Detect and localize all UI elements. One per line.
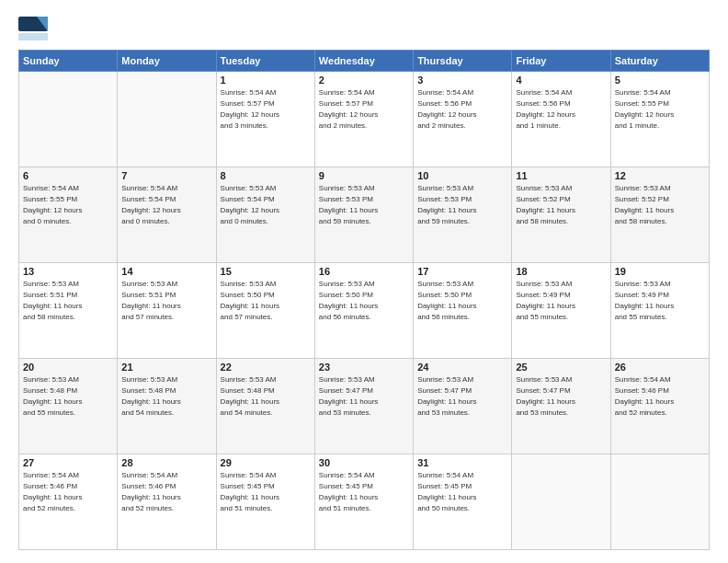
day-number: 3 (417, 75, 507, 86)
day-info: Sunrise: 5:54 AMSunset: 5:45 PMDaylight:… (417, 470, 507, 514)
day-number: 19 (615, 266, 705, 277)
calendar-cell: 18Sunrise: 5:53 AMSunset: 5:49 PMDayligh… (512, 263, 610, 359)
calendar-cell: 10Sunrise: 5:53 AMSunset: 5:53 PMDayligh… (414, 167, 512, 263)
calendar-week-row: 13Sunrise: 5:53 AMSunset: 5:51 PMDayligh… (19, 263, 710, 359)
day-info: Sunrise: 5:54 AMSunset: 5:55 PMDaylight:… (23, 183, 113, 227)
calendar-week-row: 20Sunrise: 5:53 AMSunset: 5:48 PMDayligh… (19, 359, 710, 454)
calendar-cell: 21Sunrise: 5:53 AMSunset: 5:48 PMDayligh… (118, 359, 216, 454)
day-info: Sunrise: 5:53 AMSunset: 5:49 PMDaylight:… (516, 279, 606, 323)
calendar-cell: 29Sunrise: 5:54 AMSunset: 5:45 PMDayligh… (216, 454, 314, 550)
weekday-header: Sunday (19, 51, 118, 72)
day-info: Sunrise: 5:53 AMSunset: 5:48 PMDaylight:… (121, 374, 211, 419)
day-info: Sunrise: 5:53 AMSunset: 5:53 PMDaylight:… (417, 183, 507, 227)
calendar-cell: 16Sunrise: 5:53 AMSunset: 5:50 PMDayligh… (314, 263, 413, 359)
day-number: 6 (23, 170, 113, 181)
calendar-cell: 4Sunrise: 5:54 AMSunset: 5:56 PMDaylight… (512, 72, 610, 167)
calendar-cell: 26Sunrise: 5:54 AMSunset: 5:46 PMDayligh… (610, 359, 709, 454)
day-number: 1 (221, 75, 311, 86)
day-info: Sunrise: 5:53 AMSunset: 5:47 PMDaylight:… (516, 374, 606, 419)
day-number: 28 (121, 457, 211, 468)
calendar-cell (19, 72, 118, 167)
day-number: 8 (221, 170, 311, 181)
day-info: Sunrise: 5:53 AMSunset: 5:48 PMDaylight:… (221, 374, 311, 419)
day-info: Sunrise: 5:54 AMSunset: 5:56 PMDaylight:… (417, 87, 507, 132)
page: SundayMondayTuesdayWednesdayThursdayFrid… (0, 0, 728, 563)
day-number: 16 (319, 266, 409, 277)
calendar-cell: 14Sunrise: 5:53 AMSunset: 5:51 PMDayligh… (118, 263, 216, 359)
day-number: 22 (221, 362, 311, 373)
calendar-cell: 12Sunrise: 5:53 AMSunset: 5:52 PMDayligh… (610, 167, 709, 263)
logo (18, 17, 51, 40)
calendar-table: SundayMondayTuesdayWednesdayThursdayFrid… (18, 50, 710, 550)
day-info: Sunrise: 5:54 AMSunset: 5:54 PMDaylight:… (121, 183, 211, 227)
calendar-cell: 2Sunrise: 5:54 AMSunset: 5:57 PMDaylight… (314, 72, 413, 167)
day-info: Sunrise: 5:54 AMSunset: 5:46 PMDaylight:… (23, 470, 113, 514)
day-number: 5 (615, 75, 705, 86)
weekday-header: Tuesday (216, 51, 314, 72)
day-number: 10 (417, 170, 507, 181)
day-number: 26 (615, 362, 705, 373)
weekday-header: Monday (118, 51, 216, 72)
calendar-cell: 20Sunrise: 5:53 AMSunset: 5:48 PMDayligh… (19, 359, 118, 454)
calendar-cell: 25Sunrise: 5:53 AMSunset: 5:47 PMDayligh… (512, 359, 610, 454)
day-info: Sunrise: 5:53 AMSunset: 5:50 PMDaylight:… (221, 279, 311, 323)
day-info: Sunrise: 5:54 AMSunset: 5:57 PMDaylight:… (319, 87, 409, 132)
weekday-header: Friday (512, 51, 610, 72)
calendar-cell: 3Sunrise: 5:54 AMSunset: 5:56 PMDaylight… (414, 72, 512, 167)
day-number: 20 (23, 362, 113, 373)
calendar-week-row: 27Sunrise: 5:54 AMSunset: 5:46 PMDayligh… (19, 454, 710, 550)
calendar-cell: 11Sunrise: 5:53 AMSunset: 5:52 PMDayligh… (512, 167, 610, 263)
calendar-cell (512, 454, 610, 550)
day-info: Sunrise: 5:54 AMSunset: 5:45 PMDaylight:… (319, 470, 409, 514)
day-info: Sunrise: 5:53 AMSunset: 5:47 PMDaylight:… (319, 374, 409, 419)
day-info: Sunrise: 5:54 AMSunset: 5:46 PMDaylight:… (615, 374, 705, 419)
day-info: Sunrise: 5:53 AMSunset: 5:53 PMDaylight:… (319, 183, 409, 227)
day-number: 24 (417, 362, 507, 373)
day-number: 23 (319, 362, 409, 373)
calendar-cell: 9Sunrise: 5:53 AMSunset: 5:53 PMDaylight… (314, 167, 413, 263)
calendar-cell: 8Sunrise: 5:53 AMSunset: 5:54 PMDaylight… (216, 167, 314, 263)
day-info: Sunrise: 5:53 AMSunset: 5:50 PMDaylight:… (417, 279, 507, 323)
day-number: 27 (23, 457, 113, 468)
day-info: Sunrise: 5:53 AMSunset: 5:54 PMDaylight:… (221, 183, 311, 227)
weekday-header: Saturday (610, 51, 709, 72)
day-info: Sunrise: 5:53 AMSunset: 5:47 PMDaylight:… (417, 374, 507, 419)
svg-rect-2 (18, 33, 48, 40)
day-number: 13 (23, 266, 113, 277)
calendar-cell: 17Sunrise: 5:53 AMSunset: 5:50 PMDayligh… (414, 263, 512, 359)
day-info: Sunrise: 5:53 AMSunset: 5:52 PMDaylight:… (516, 183, 606, 227)
calendar-cell: 6Sunrise: 5:54 AMSunset: 5:55 PMDaylight… (19, 167, 118, 263)
calendar-cell: 7Sunrise: 5:54 AMSunset: 5:54 PMDaylight… (118, 167, 216, 263)
day-number: 17 (417, 266, 507, 277)
day-info: Sunrise: 5:54 AMSunset: 5:45 PMDaylight:… (221, 470, 311, 514)
day-number: 21 (121, 362, 211, 373)
day-info: Sunrise: 5:54 AMSunset: 5:56 PMDaylight:… (516, 87, 606, 132)
day-number: 7 (121, 170, 211, 181)
day-info: Sunrise: 5:53 AMSunset: 5:52 PMDaylight:… (615, 183, 705, 227)
header (18, 17, 710, 40)
day-number: 12 (615, 170, 705, 181)
calendar-header-row: SundayMondayTuesdayWednesdayThursdayFrid… (19, 51, 710, 72)
calendar-cell: 31Sunrise: 5:54 AMSunset: 5:45 PMDayligh… (414, 454, 512, 550)
day-info: Sunrise: 5:54 AMSunset: 5:57 PMDaylight:… (221, 87, 311, 132)
day-number: 31 (417, 457, 507, 468)
calendar-cell: 28Sunrise: 5:54 AMSunset: 5:46 PMDayligh… (118, 454, 216, 550)
day-number: 2 (319, 75, 409, 86)
day-number: 29 (221, 457, 311, 468)
day-number: 30 (319, 457, 409, 468)
day-number: 25 (516, 362, 606, 373)
calendar-cell (118, 72, 216, 167)
day-number: 14 (121, 266, 211, 277)
calendar-cell: 19Sunrise: 5:53 AMSunset: 5:49 PMDayligh… (610, 263, 709, 359)
day-info: Sunrise: 5:53 AMSunset: 5:50 PMDaylight:… (319, 279, 409, 323)
calendar-cell: 22Sunrise: 5:53 AMSunset: 5:48 PMDayligh… (216, 359, 314, 454)
day-info: Sunrise: 5:54 AMSunset: 5:55 PMDaylight:… (615, 87, 705, 132)
weekday-header: Wednesday (314, 51, 413, 72)
day-info: Sunrise: 5:54 AMSunset: 5:46 PMDaylight:… (121, 470, 211, 514)
calendar-week-row: 1Sunrise: 5:54 AMSunset: 5:57 PMDaylight… (19, 72, 710, 167)
calendar-cell: 23Sunrise: 5:53 AMSunset: 5:47 PMDayligh… (314, 359, 413, 454)
calendar-cell: 5Sunrise: 5:54 AMSunset: 5:55 PMDaylight… (610, 72, 709, 167)
day-number: 9 (319, 170, 409, 181)
day-info: Sunrise: 5:53 AMSunset: 5:48 PMDaylight:… (23, 374, 113, 419)
calendar-cell: 1Sunrise: 5:54 AMSunset: 5:57 PMDaylight… (216, 72, 314, 167)
